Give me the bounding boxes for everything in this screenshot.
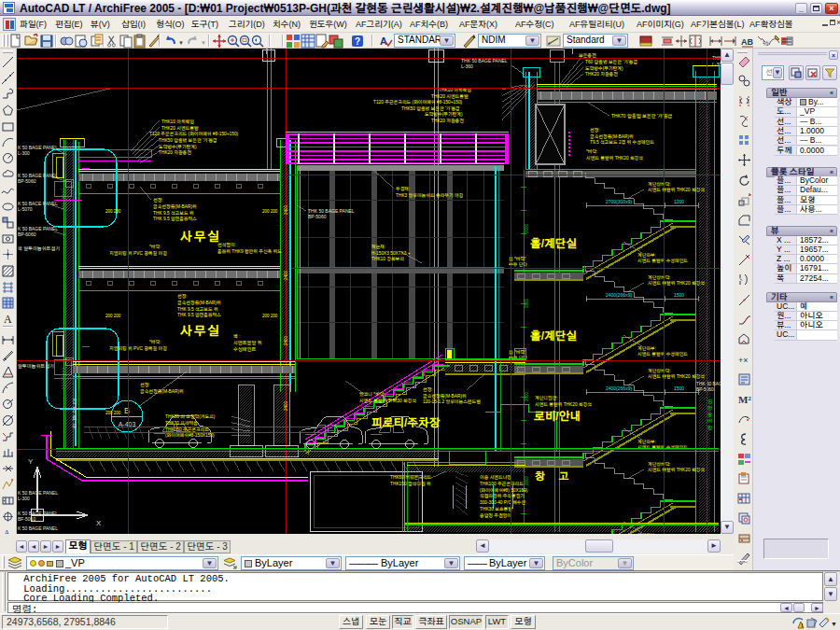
svg-text:L-360: L-360 [461,64,473,69]
svg-text:흡음위 THK9 합판위 주신축 위드: 흡음위 THK9 합판위 주신축 위드 [217,248,282,254]
svg-text:BP-6060: BP-6060 [18,232,36,237]
svg-text:벽 :: 벽 : [233,333,241,339]
svg-text:움: 움 [707,412,713,417]
svg-text:THK 9.5 석고보드 위: THK 9.5 석고보드 위 [177,307,218,312]
svg-text:120-15-1.2 알루미늄스팬드럴: 120-15-1.2 알루미늄스팬드럴 [423,399,481,404]
svg-text:천장:: 천장: [140,383,150,387]
svg-text:THK20 시멘트몰탈: THK20 시멘트몰탈 [161,126,199,131]
svg-text:호: 호 [72,415,77,421]
svg-text:지열히팅 위 PVC 광폭길 마감: 지열히팅 위 PVC 광폭길 마감 [109,346,167,351]
svg-text:금속천장틀(M-BAR)위: 금속천장틀(M-BAR)위 [177,301,221,305]
svg-text:금속천장틀(M-BAR)위: 금속천장틀(M-BAR)위 [140,389,184,394]
svg-text:THK80 쇠 조절막(카도르): THK80 쇠 조절막(카도르) [165,414,216,419]
svg-text:창 고: 창 고 [535,470,574,482]
svg-text:우겹재:: 우겹재: [396,187,410,191]
svg-text:홀 *바닥:: 홀 *바닥: [509,350,526,355]
svg-text:+×: +× [738,357,749,365]
svg-text:AB: AB [741,38,753,47]
svg-text:2400: 2400 [284,270,288,280]
svg-text:H-150X3 50X7X3 +: H-150X3 50X7X3 + [371,251,411,256]
svg-text:THK50 압출법 보온판 '가'등급: THK50 압출법 보온판 '가'등급 [401,106,460,111]
svg-text:시멘트 몰탈위 THK30 화강석: 시멘트 몰탈위 THK30 화강석 [359,399,416,403]
svg-text:THK 9.5 암면흡음텍스: THK 9.5 암면흡음텍스 [153,216,197,221]
svg-text:THK3 알루미늄쉬트 졸라우기 마감: THK3 알루미늄쉬트 졸라우기 마감 [396,193,464,198]
svg-text:X: X [96,520,102,527]
svg-text:(와이어메쉬#8) 50X150): (와이어메쉬#8) 50X150) [480,488,528,493]
svg-text:THK 50 BAGE PANEL: THK 50 BAGE PANEL [696,382,721,386]
svg-text:도막방수(무기탄계): 도막방수(무기탄계) [425,112,463,117]
svg-text:K 50 BAGE PANEL: K 50 BAGE PANEL [18,174,58,178]
svg-text:계단하부:: 계단하부: [637,346,656,351]
svg-text:200 200: 200 200 [262,209,278,214]
svg-text:피로티/주차장: 피로티/주차장 [371,416,441,428]
svg-text:200 200: 200 200 [105,209,121,214]
svg-text:중압정 주검당이: 중압정 주검당이 [480,513,511,518]
svg-text:발코니 *바닥:: 발코니 *바닥: [359,392,385,397]
svg-text:계단참바닥:: 계단참바닥: [648,369,671,373]
svg-text:K 50 BAGE PANEL: K 50 BAGE PANEL [18,491,58,496]
svg-text:김: 김 [707,399,712,404]
svg-text:부유 단다: 부유 단다 [509,262,527,267]
svg-text:200 200: 200 200 [262,314,278,318]
svg-text:THK 9.5 석고보드 위: THK 9.5 석고보드 위 [153,211,194,216]
svg-text:THK30 보호몰탈: THK30 보호몰탈 [480,507,512,511]
svg-text:B: B [124,407,130,415]
svg-text:홀/계단실: 홀/계단실 [530,329,577,342]
svg-text:직접하정위 주직몰질기: 직접하정위 주직몰질기 [480,494,525,498]
svg-text:알투미늄쉬트접기: 알투미늄쉬트접기 [18,363,54,369]
svg-text:THK20 시멘트몰탈: THK20 시멘트몰탈 [431,94,469,99]
svg-text:1500: 1500 [674,293,684,298]
svg-text:L-5070: L-5070 [18,207,33,212]
svg-text:THK150 잡석다짐 위: THK150 잡석다짐 위 [390,482,431,486]
svg-text:천장:: 천장: [590,128,600,133]
svg-text:우: 우 [72,424,77,429]
svg-text:T120 주문콘크리트 (와이어메쉬 #8-150+150): T120 주문콘크리트 (와이어메쉬 #8-150+150) [149,132,239,136]
svg-text:300-300-40 P/C 배수판: 300-300-40 P/C 배수판 [480,500,526,505]
svg-text:계단디딤판:: 계단디딤판: [535,396,558,400]
svg-text:시멘트 몰탈위 THK20 화강석: 시멘트 몰탈위 THK20 화강석 [535,402,592,407]
svg-text:2600: 2600 [525,391,529,401]
svg-text:THK 9.5 암면흡음텍스: THK 9.5 암면흡음텍스 [177,312,221,317]
svg-text:THK50 압출법 보온판 '가'등급: THK50 압출법 보온판 '가'등급 [159,138,217,143]
svg-text:BP-5060: BP-5060 [18,179,36,184]
svg-text:재논재:: 재논재: [371,245,385,249]
svg-text:K 50 BAGE PANEL: K 50 BAGE PANEL [18,227,58,231]
svg-text:계단하부:: 계단하부: [637,440,656,444]
svg-text:지열히팅 위 PVC 광폭길 마감: 지열히팅 위 PVC 광폭길 마감 [109,251,167,256]
svg-text:2600: 2600 [525,475,529,485]
svg-text:2700(300x9): 2700(300x9) [606,200,632,204]
svg-text:T60 압출법 보온판 '가'등급: T60 압출법 보온판 '가'등급 [585,60,637,64]
svg-text:THK 50 BAGE PANEL: THK 50 BAGE PANEL [461,59,508,63]
svg-text:시멘트 몰탈위 THK20 화강석: 시멘트 몰탈위 THK20 화강석 [648,374,705,379]
svg-text:THK20 자갈충전: THK20 자갈충전 [159,149,191,155]
svg-text:시멘트 몰탈위 THK20 화강석: 시멘트 몰탈위 THK20 화강석 [586,156,643,161]
svg-text:THK10 마치웨임: THK10 마치웨임 [161,119,194,124]
svg-text:THK30 프라텍돔: THK30 프라텍돔 [165,421,198,426]
svg-text:A: A [380,36,387,47]
svg-text:로비/안내: 로비/안내 [534,410,581,422]
svg-text:BP-5060: BP-5060 [308,215,327,219]
svg-text:2400: 2400 [284,335,288,345]
svg-text:럭 알투미늄쉬트접기: 럭 알투미늄쉬트접기 [18,245,60,251]
svg-text:장: 장 [707,405,713,411]
svg-text:2400(266x9): 2400(266x9) [606,293,632,298]
svg-text:천석필이:: 천석필이: [217,243,236,247]
svg-text:L-30: L-30 [712,63,721,67]
svg-text:중: 중 [72,407,77,413]
svg-text:K 50 BAGE PANEL: K 50 BAGE PANEL [18,526,58,531]
svg-text:THK20 자갈충전: THK20 자갈충전 [585,71,618,77]
svg-text:THK60 버림콘크리트: THK60 버림콘크리트 [390,475,432,480]
svg-text:*바닥:: *바닥: [149,340,161,344]
svg-text:THK100 주근콘크리트: THK100 주근콘크리트 [480,482,524,486]
svg-text:(와이어메쉬#8-150X150): (와이어메쉬#8-150X150) [165,433,215,438]
svg-text:시멘트 몰탈위 THK20 화강석: 시멘트 몰탈위 THK20 화강석 [648,188,705,192]
svg-text:THK10 강화뷰리: THK10 강화뷰리 [371,257,404,261]
svg-text:?: ? [355,37,360,47]
svg-text:*바닥:: *바닥: [586,149,598,154]
svg-text:THK10 마치웨임: THK10 마치웨임 [439,88,471,92]
svg-text:*바닥:: *바닥: [149,245,161,249]
svg-text:시멘트 몰탈위 수성페인트: 시멘트 몰탈위 수성페인트 [637,259,688,263]
svg-text:계단하부:: 계단하부: [637,253,656,258]
svg-text:Y: Y [28,458,34,466]
svg-text:도막방수(무기탄계): 도막방수(무기탄계) [585,66,623,71]
